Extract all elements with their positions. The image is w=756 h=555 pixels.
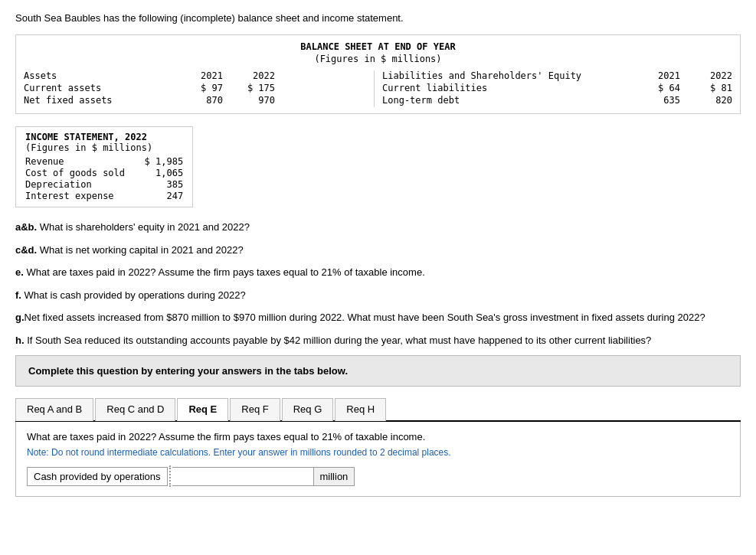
is-revenue-row: Revenue $ 1,985 xyxy=(25,156,183,167)
question-ab-id: a&b. xyxy=(15,221,37,233)
question-h-id: h. xyxy=(15,335,25,346)
question-g: g.Net fixed assets increased from $870 m… xyxy=(15,310,741,325)
bs-right: Liabilities and Shareholders' Equity 202… xyxy=(374,70,732,107)
is-interest-value: 247 xyxy=(166,191,183,201)
bs-assets-2022-header: 2022 xyxy=(229,70,275,81)
is-interest-label: Interest expense xyxy=(25,191,114,201)
tab-req-a-b[interactable]: Req A and B xyxy=(15,398,93,421)
question-f-body: What is cash provided by operations duri… xyxy=(21,289,246,301)
tab-req-h[interactable]: Req H xyxy=(335,398,386,421)
question-g-id: g. xyxy=(15,312,25,323)
complete-instruction-text: Complete this question by entering your … xyxy=(28,365,348,377)
tab-req-f[interactable]: Req F xyxy=(230,398,280,421)
bs-assets-2021-header: 2021 xyxy=(177,70,223,81)
is-depreciation-row: Depreciation 385 xyxy=(25,179,183,190)
bs-current-liab-label: Current liabilities xyxy=(382,83,634,93)
answer-divider xyxy=(169,465,171,487)
bs-liab-2021-header: 2021 xyxy=(634,70,680,81)
bs-title: BALANCE SHEET AT END OF YEAR xyxy=(24,41,732,52)
is-revenue-value: $ 1,985 xyxy=(145,156,184,167)
bs-net-fixed-2021: 870 xyxy=(177,95,223,106)
question-cd-id: c&d. xyxy=(15,244,37,256)
tab-note-text: Note: Do not round intermediate calculat… xyxy=(27,447,729,458)
bs-assets-header: Assets xyxy=(24,70,177,81)
bs-net-fixed-row: Net fixed assets 870 970 xyxy=(24,95,374,106)
bs-lt-debt-2022: 820 xyxy=(686,95,732,106)
question-f-id: f. xyxy=(15,289,21,301)
intro-text: South Sea Baubles has the following (inc… xyxy=(15,12,741,24)
is-depreciation-label: Depreciation xyxy=(25,179,92,190)
balance-sheet: BALANCE SHEET AT END OF YEAR (Figures in… xyxy=(15,34,741,114)
answer-label: Cash provided by operations xyxy=(27,467,168,486)
bs-current-liab-2021: $ 64 xyxy=(634,83,680,93)
question-cd-body: What is net working capital in 2021 and … xyxy=(37,244,244,256)
bs-current-assets-row: Current assets $ 97 $ 175 xyxy=(24,83,374,93)
question-e-id: e. xyxy=(15,266,24,278)
question-cd: c&d. What is net working capital in 2021… xyxy=(15,243,741,258)
answer-unit: million xyxy=(314,467,355,486)
question-ab-body: What is shareholders' equity in 2021 and… xyxy=(37,221,250,233)
is-cogs-value: 1,065 xyxy=(155,168,183,178)
question-h-body: If South Sea reduced its outstanding acc… xyxy=(25,335,652,346)
bs-current-assets-label: Current assets xyxy=(24,83,177,93)
bs-lt-debt-label: Long-term debt xyxy=(382,95,634,106)
question-e: e. What are taxes paid in 2022? Assume t… xyxy=(15,265,741,280)
bs-net-fixed-label: Net fixed assets xyxy=(24,95,177,106)
bs-current-assets-2022: $ 175 xyxy=(229,83,275,93)
bs-current-assets-2021: $ 97 xyxy=(177,83,223,93)
question-h: h. If South Sea reduced its outstanding … xyxy=(15,333,741,348)
is-cogs-row: Cost of goods sold 1,065 xyxy=(25,168,183,178)
bs-subtitle: (Figures in $ millions) xyxy=(24,54,732,64)
is-title: INCOME STATEMENT, 2022 xyxy=(25,132,183,142)
tab-req-e[interactable]: Req E xyxy=(177,398,228,421)
complete-instruction: Complete this question by entering your … xyxy=(15,355,741,387)
is-subtitle: (Figures in $ millions) xyxy=(25,142,183,153)
bs-left: Assets 2021 2022 Current assets $ 97 $ 1… xyxy=(24,70,374,107)
tab-req-c-d[interactable]: Req C and D xyxy=(95,398,175,421)
bs-net-fixed-2022: 970 xyxy=(229,95,275,106)
bs-lt-debt-2021: 635 xyxy=(634,95,680,106)
bs-current-liab-2022: $ 81 xyxy=(686,83,732,93)
income-statement: INCOME STATEMENT, 2022 (Figures in $ mil… xyxy=(15,126,193,207)
tab-req-g[interactable]: Req G xyxy=(282,398,334,421)
question-g-body: Net fixed assets increased from $870 mil… xyxy=(25,312,705,323)
bs-lt-debt-row: Long-term debt 635 820 xyxy=(382,95,732,106)
is-cogs-label: Cost of goods sold xyxy=(25,168,125,178)
tabs-row: Req A and B Req C and D Req E Req F Req … xyxy=(15,397,741,422)
bs-current-liab-row: Current liabilities $ 64 $ 81 xyxy=(382,83,732,93)
tab-question-text: What are taxes paid in 2022? Assume the … xyxy=(27,431,729,442)
question-e-body: What are taxes paid in 2022? Assume the … xyxy=(24,266,425,278)
is-interest-row: Interest expense 247 xyxy=(25,191,183,201)
question-ab: a&b. What is shareholders' equity in 202… xyxy=(15,220,741,235)
question-f: f. What is cash provided by operations d… xyxy=(15,288,741,303)
answer-input[interactable] xyxy=(172,467,314,486)
answer-row: Cash provided by operations million xyxy=(27,465,729,487)
is-depreciation-value: 385 xyxy=(166,179,183,190)
bs-liab-2022-header: 2022 xyxy=(686,70,732,81)
is-revenue-label: Revenue xyxy=(25,156,64,167)
tab-content-req-e: What are taxes paid in 2022? Assume the … xyxy=(15,422,741,497)
bs-liab-header: Liabilities and Shareholders' Equity xyxy=(382,70,634,81)
